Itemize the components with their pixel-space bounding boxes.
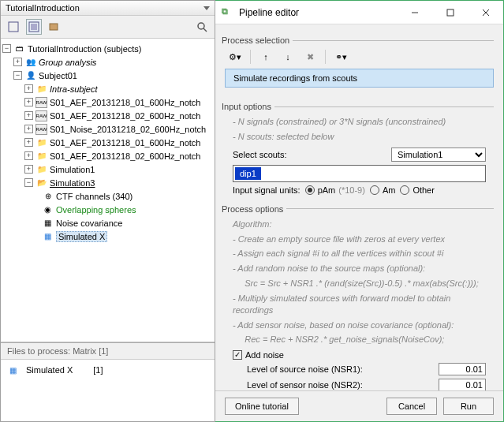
maximize-button[interactable] [432,1,468,24]
run-button[interactable]: Run [443,398,494,415]
section-title: Process selection [222,35,293,45]
tree-overlapping-spheres[interactable]: ◉Overlapping spheres [2,203,213,216]
svg-rect-3 [50,24,58,30]
collapse-icon[interactable]: − [13,71,22,80]
channels-icon: ⊛ [42,191,54,202]
folder-icon: 📁 [35,151,47,162]
unit-other-radio[interactable]: Other [400,185,435,195]
tree-ctf-channels[interactable]: ⊛CTF channels (340) [2,189,213,203]
gear-icon[interactable]: ⚙▾ [228,50,242,64]
select-scouts-label: Select scouts: [233,150,286,159]
database-tree[interactable]: − 🗃 TutorialIntroduction (subjects) + 👥 … [1,39,215,342]
process-selection-section: Process selection ⚙▾ ↑ ↓ ✖ ⚭▾ Simulate r… [225,35,494,95]
dialog-button-bar: Online tutorial Cancel Run [215,390,503,421]
tree-intra-subject[interactable]: + 📁 Intra-subject [2,82,213,95]
tree-raw-item[interactable]: +RAWS01_AEF_20131218_02_600Hz_notch [2,109,213,122]
expand-icon[interactable]: + [13,58,22,66]
svg-rect-2 [31,24,37,30]
expand-icon[interactable]: + [24,165,33,174]
unit-am-radio[interactable]: Am [370,185,396,195]
collapse-icon[interactable]: − [2,44,11,53]
tree-simulation1[interactable]: +📁Simulation1 [2,162,213,176]
nsr2-label: Level of sensor noise (NSR2): [247,380,363,390]
arrow-down-icon[interactable]: ↓ [281,50,295,64]
raw-icon: RAW [35,97,47,108]
section-title: Process options [222,204,286,214]
process-toolbar: ⚙▾ ↑ ↓ ✖ ⚭▾ [225,48,494,65]
tree-folder-item[interactable]: +📁S01_AEF_20131218_01_600Hz_notch [2,136,213,149]
radio-icon [305,185,315,195]
left-panel-title: TutorialIntroduction [6,3,80,13]
svg-line-5 [203,28,207,32]
files-to-process-header: Files to process: Matrix [1] [1,343,215,360]
unit-pam-radio[interactable]: pAm (*10-9) [305,185,365,195]
expand-icon[interactable]: + [24,151,33,160]
algo-line: Src = Src + NSR1 .* (rand(size(Src))-0.5… [225,276,494,291]
folder-icon: 📁 [35,137,47,148]
scout-list[interactable]: dip1 [233,165,486,182]
cancel-button[interactable]: Cancel [386,398,437,415]
svg-rect-0 [9,22,18,32]
online-tutorial-button[interactable]: Online tutorial [225,398,299,415]
algo-line: - Add sensor noise, based on noise covar… [225,318,494,333]
tree-simulated-x[interactable]: ▦Simulated X [2,230,213,243]
matrix-icon: ▦ [42,231,54,242]
expand-icon[interactable]: + [24,138,33,147]
nsr1-label: Level of source noise (NSR1): [247,364,363,374]
collapse-icon[interactable]: − [24,178,33,187]
tree-folder-item[interactable]: +📁S01_AEF_20131218_02_600Hz_notch [2,149,213,162]
tree-group-analysis[interactable]: + 👥 Group analysis [2,55,213,69]
raw-icon: RAW [35,124,47,135]
headmodel-icon: ◉ [42,204,54,215]
tree-raw-item[interactable]: +RAWS01_AEF_20131218_01_600Hz_notch [2,95,213,109]
minimize-button[interactable] [397,1,432,24]
files-to-process-list[interactable]: ▦ Simulated X [1] [1,360,215,421]
folder-icon: 📁 [35,84,47,95]
algo-line: - Add random noise to the source maps (o… [225,261,494,276]
file-row-name: Simulated X [26,365,73,375]
input-hint: - N signals (constrained) or 3*N signals… [225,114,494,129]
tree-noise-covariance[interactable]: ▦Noise covariance [2,216,213,230]
subject-icon: 👤 [24,70,36,81]
database-icon: 🗃 [13,43,25,54]
nsr1-input[interactable] [439,363,486,375]
expand-icon[interactable]: + [24,125,33,133]
svg-point-4 [198,23,204,29]
algo-line: - Multiply simulated sources with forwar… [225,291,494,318]
radio-icon [400,185,409,195]
group-icon: 👥 [24,57,36,68]
scout-item[interactable]: dip1 [235,167,261,180]
chevron-down-icon[interactable] [203,6,210,10]
algo-line: Rec = Rec + NSR2 .* get_noise_signals(No… [225,332,494,347]
close-button[interactable] [468,1,503,24]
search-icon[interactable] [194,19,210,35]
delete-icon[interactable]: ✖ [303,50,317,64]
tree-icon[interactable]: ⚭▾ [334,50,348,64]
tree-raw-item[interactable]: +RAWS01_Noise_20131218_02_600Hz_notch [2,122,213,136]
expand-icon[interactable]: + [24,111,33,120]
toolbar-view3-button[interactable] [47,19,62,35]
nsr2-input[interactable] [439,379,486,390]
tree-root[interactable]: − 🗃 TutorialIntroduction (subjects) [2,42,213,55]
left-toolbar [1,16,215,39]
folder-icon: 📁 [35,164,47,175]
units-row: Input signal units: pAm (*10-9) Am Other [233,185,486,195]
radio-icon [370,185,379,195]
tree-simulation3[interactable]: −📂Simulation3 [2,176,213,189]
dialog-titlebar[interactable]: ⧉ Pipeline editor [215,1,503,24]
scout-set-select[interactable]: Simulation1 [391,148,486,162]
expand-icon[interactable]: + [24,84,33,93]
svg-rect-7 [447,9,454,16]
add-noise-checkbox[interactable]: Add noise [233,350,284,360]
file-row[interactable]: ▦ Simulated X [1] [7,364,208,375]
matrix-icon: ▦ [7,364,19,375]
toolbar-view2-button[interactable] [26,19,42,35]
tree-subject01[interactable]: − 👤 Subject01 [2,69,213,82]
toolbar-view1-button[interactable] [6,19,21,35]
tree-root-label: TutorialIntroduction (subjects) [28,44,142,54]
arrow-up-icon[interactable]: ↑ [259,50,273,64]
expand-icon[interactable]: + [24,98,33,106]
selected-process-label: Simulate recordings from scouts [233,73,357,83]
selected-process[interactable]: Simulate recordings from scouts [225,69,494,88]
files-to-process-panel: Files to process: Matrix [1] ▦ Simulated… [1,342,215,421]
